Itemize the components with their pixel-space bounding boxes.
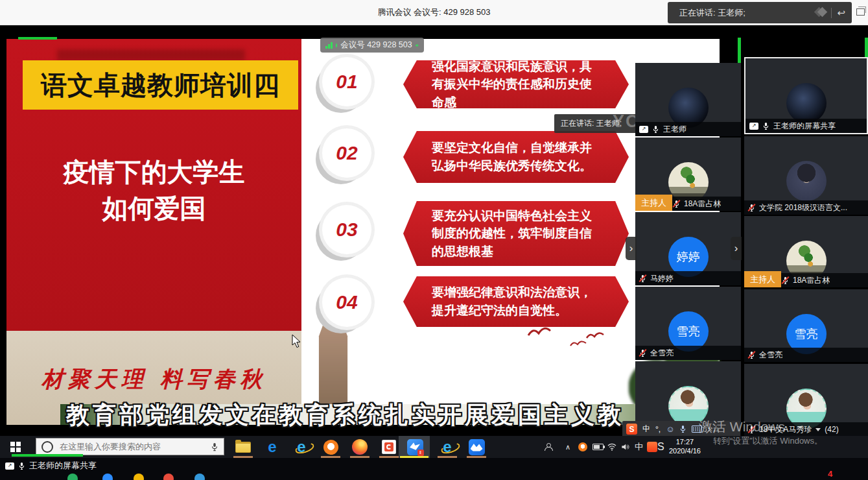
search-mic-icon[interactable] xyxy=(211,442,218,451)
sogou-icon[interactable]: S xyxy=(626,424,637,435)
share-border-segment xyxy=(12,454,83,457)
tencent-meeting-active-icon[interactable] xyxy=(406,438,423,455)
participant-tile[interactable]: 文学院 2018级汉语言文... xyxy=(744,136,868,215)
slide-header-banner: 语文卓越教师培训四 xyxy=(23,60,298,110)
running-indicator xyxy=(233,456,253,458)
participant-tile[interactable]: 雪亮 全雪亮 xyxy=(635,287,741,360)
step-ribbon-01: 强化国家意识和民族意识，具有振兴中华的责任感和历史使命感 xyxy=(403,60,629,108)
firefox-icon[interactable] xyxy=(351,438,368,455)
calligraphy-text: 材聚天理 料写春秋 xyxy=(6,365,301,394)
running-indicator xyxy=(379,456,399,458)
speaking-overlay: 正在讲话: 王老师; ↩ xyxy=(668,2,852,23)
poster-faded-text xyxy=(57,49,245,61)
audio-icon xyxy=(416,42,419,49)
screen: { "meeting": { "top_title": "腾讯会议 会议号: 4… xyxy=(0,0,868,480)
participant-tile[interactable]: 雪亮 全雪亮 xyxy=(744,289,868,362)
mic-muted-icon xyxy=(782,276,789,285)
undo-arrow-icon[interactable]: ↩ xyxy=(837,7,845,19)
participant-name: 王老师的屏幕共享 xyxy=(773,121,836,132)
participant-tile[interactable]: 婷婷 马婷婷 xyxy=(635,212,741,285)
participant-name: 马婷婷 xyxy=(650,273,674,284)
bottom-strip: 王老师的屏幕共享 xyxy=(0,458,868,480)
participant-name: 王老师 xyxy=(663,124,686,135)
windows-logo-icon xyxy=(10,442,21,452)
internet-explorer-icon[interactable]: e xyxy=(293,438,310,455)
participant-count: (42) xyxy=(825,425,838,434)
collapse-column-button[interactable]: › xyxy=(626,237,637,260)
tray-people-icon[interactable] xyxy=(545,436,552,458)
participant-tile[interactable]: 王老师 xyxy=(635,63,741,136)
partial-toolbar-icon[interactable] xyxy=(102,474,113,480)
share-border-segment xyxy=(18,37,57,40)
tower-image xyxy=(303,323,363,405)
screen-share-label: 王老师的屏幕共享 xyxy=(29,460,97,472)
search-input[interactable] xyxy=(58,441,205,452)
active-running-indicator xyxy=(400,456,428,458)
file-explorer-icon[interactable] xyxy=(235,438,252,455)
battery-icon[interactable] xyxy=(592,436,604,458)
screen-share-icon xyxy=(639,126,648,133)
edge-browser-icon[interactable]: e xyxy=(264,438,281,455)
avatar xyxy=(786,83,827,123)
meeting-id-text: 会议号 429 928 503 xyxy=(340,40,412,51)
ime-mode-indicator[interactable]: 中 xyxy=(642,424,650,435)
ime-tray-indicator[interactable]: 中 xyxy=(635,436,643,458)
mic-muted-icon xyxy=(673,200,680,208)
internet-explorer-icon[interactable]: e xyxy=(439,438,456,455)
collapse-column-button[interactable]: › xyxy=(731,237,742,260)
avatar xyxy=(786,161,827,201)
step-ribbon-02: 要坚定文化自信，自觉继承并弘扬中华民族优秀传统文化。 xyxy=(403,131,629,183)
cortana-icon[interactable] xyxy=(41,441,53,453)
clock-time: 17:27 xyxy=(676,438,694,446)
restore-window-icon[interactable] xyxy=(856,8,865,16)
tencent-meeting-logo-icon[interactable] xyxy=(468,438,485,455)
emoji-icon[interactable]: ☺ xyxy=(666,424,674,434)
browser-ball-icon[interactable] xyxy=(322,438,339,455)
running-indicator xyxy=(321,456,340,458)
mouse-cursor xyxy=(292,334,301,349)
volume-icon[interactable] xyxy=(621,436,629,458)
speaking-overlay-text: 正在讲话: 王老师; xyxy=(679,7,745,19)
participant-tile[interactable]: 主持人 18A雷占林 xyxy=(744,216,868,287)
step-circle-03: 03 xyxy=(322,205,371,254)
tray-app-icon[interactable] xyxy=(578,436,587,458)
slide-left-poster: 语文卓越教师培训四 疫情下的大学生 如何爱国 xyxy=(6,39,301,331)
news-headline: 教育部党组发文在教育系统扎实开展爱国主义教 xyxy=(66,400,624,431)
wifi-icon[interactable] xyxy=(607,436,616,458)
taskbar-search[interactable] xyxy=(36,438,224,455)
partial-toolbar-icon[interactable] xyxy=(134,474,144,480)
participant-tile[interactable]: 主持人 18A雷占林 xyxy=(635,138,741,211)
participant-tile[interactable]: 王老师的屏幕共享 xyxy=(744,57,868,134)
mic-muted-icon xyxy=(748,204,755,212)
slide-title-line1: 疫情下的大学生 xyxy=(6,154,301,191)
running-indicator xyxy=(438,456,457,458)
punctuation-icon[interactable]: °, xyxy=(655,425,661,434)
participant-name: 18A雷占林 xyxy=(684,198,721,210)
step-circle-01: 01 xyxy=(322,57,371,106)
running-indicator xyxy=(467,456,486,458)
signal-bars-icon xyxy=(325,42,333,49)
chevron-down-icon[interactable] xyxy=(815,428,821,431)
meeting-logo-icon xyxy=(815,8,826,18)
mic-muted-icon xyxy=(639,349,646,357)
step-circle-02: 02 xyxy=(322,128,371,178)
divider xyxy=(831,8,832,18)
sogou-tray-icon[interactable]: S xyxy=(647,436,664,458)
voice-input-icon[interactable] xyxy=(679,425,686,433)
taskbar-clock[interactable]: 17:27 2020/4/16 xyxy=(669,436,720,458)
meeting-id-pill: 会议号 429 928 503 xyxy=(320,38,424,53)
partial-toolbar-icon[interactable] xyxy=(67,474,78,480)
step-text-04: 要增强纪律意识和法治意识，提升遵纪守法的自觉性。 xyxy=(432,283,600,319)
presentation-app-icon[interactable] xyxy=(381,438,397,455)
activate-watermark-line2: 转到“设置”以激活 Windows。 xyxy=(713,435,823,447)
mic-muted-icon xyxy=(639,274,646,283)
step-circle-04: 04 xyxy=(322,278,371,327)
slide-title-line2: 如何爱国 xyxy=(6,191,301,227)
tray-hidden-icons-chevron[interactable]: ∧ xyxy=(565,436,570,458)
partial-toolbar-icon[interactable] xyxy=(163,474,174,480)
clock-date: 2020/4/16 xyxy=(669,447,701,455)
mic-on-icon xyxy=(762,122,769,130)
participant-name: 18A雷占林 xyxy=(793,275,830,286)
partial-toolbar-icon[interactable] xyxy=(194,474,205,480)
slide-title: 疫情下的大学生 如何爱国 xyxy=(6,154,301,227)
